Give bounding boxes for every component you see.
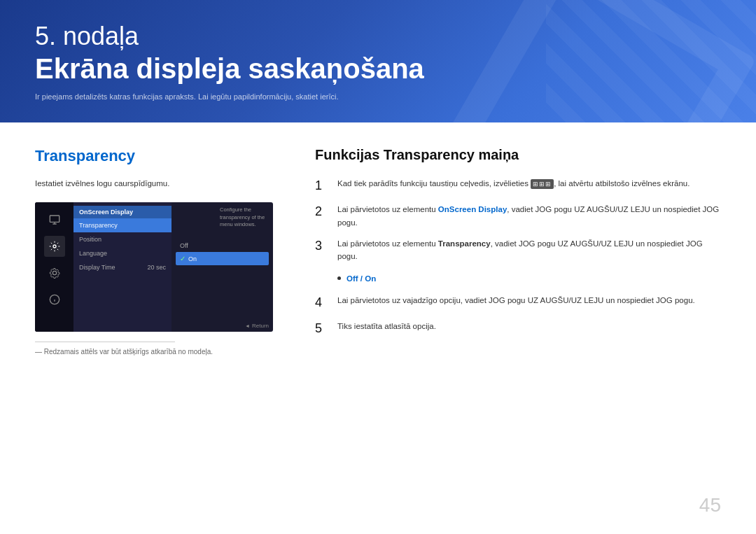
osd-icon-info bbox=[44, 289, 65, 310]
osd-menu-item-language: Language bbox=[74, 246, 172, 260]
osd-menu-item-displaytime: Display Time 20 sec bbox=[74, 260, 172, 274]
chapter-subtitle: Ir pieejams detalizēts katras funkcijas … bbox=[35, 92, 721, 101]
osd-menu-header: OnScreen Display bbox=[74, 206, 172, 218]
divider-line bbox=[35, 342, 175, 342]
step-5: 5 Tiks iestatīta atlasītā opcija. bbox=[315, 320, 721, 337]
osd-return: Return bbox=[245, 323, 269, 329]
step-number-2: 2 bbox=[315, 203, 329, 220]
step-1: 1 Kad tiek parādīts funkciju taustiņu ce… bbox=[315, 177, 721, 195]
left-column: Transparency Iestatiet izvēlnes logu cau… bbox=[35, 147, 287, 356]
svg-point-3 bbox=[53, 245, 56, 248]
function-heading: Funkcijas Transparency maiņa bbox=[315, 147, 721, 163]
bullet-dot bbox=[337, 276, 341, 280]
osd-value-on: ✓ On bbox=[176, 252, 269, 265]
step-text-4: Lai pārvietotos uz vajadzīgo opciju, vad… bbox=[337, 294, 721, 307]
steps-list: 1 Kad tiek parādīts funkciju taustiņu ce… bbox=[315, 177, 721, 337]
page-number: 45 bbox=[699, 494, 721, 517]
chapter-title: Ekrāna displeja saskaņošana bbox=[35, 52, 721, 85]
osd-menu-item-transparency: Transparency bbox=[74, 218, 172, 232]
osd-icon-settings bbox=[44, 236, 65, 257]
osd-menu: OnScreen Display Transparency Position L… bbox=[74, 202, 172, 332]
step-number-4: 4 bbox=[315, 294, 329, 311]
section-heading: Transparency bbox=[35, 147, 287, 165]
osd-value-panel: Configure the transparency of the menu w… bbox=[172, 202, 273, 332]
osd-configure-text: Configure the transparency of the menu w… bbox=[220, 206, 269, 229]
osd-screenshot: OnScreen Display Transparency Position L… bbox=[35, 202, 273, 332]
bullet-text: Off / On bbox=[346, 274, 376, 283]
footnote: — Redzamais attēls var būt atšķirīgs atk… bbox=[35, 348, 287, 356]
step-3: 3 Lai pārvietotos uz elementu Transparen… bbox=[315, 237, 721, 263]
bullet-item: Off / On bbox=[337, 274, 721, 283]
step-text-3: Lai pārvietotos uz elementu Transparency… bbox=[337, 237, 721, 263]
step-text-1: Kad tiek parādīts funkciju taustiņu ceļv… bbox=[337, 177, 721, 190]
step-number-5: 5 bbox=[315, 320, 329, 337]
osd-icon-display bbox=[44, 209, 65, 230]
step-number-1: 1 bbox=[315, 177, 329, 195]
section-description: Iestatiet izvēlnes logu caurspīdīgumu. bbox=[35, 178, 287, 190]
right-column: Funkcijas Transparency maiņa 1 Kad tiek … bbox=[315, 147, 721, 356]
svg-point-4 bbox=[52, 272, 56, 275]
osd-sidebar bbox=[35, 202, 74, 332]
step-number-3: 3 bbox=[315, 237, 329, 255]
osd-value-off: Off bbox=[176, 239, 269, 252]
header-banner: 5. nodaļa Ekrāna displeja saskaņošana Ir… bbox=[0, 0, 756, 122]
step-4: 4 Lai pārvietotos uz vajadzīgo opciju, v… bbox=[315, 294, 721, 311]
svg-rect-0 bbox=[50, 216, 59, 222]
osd-menu-item-position: Position bbox=[74, 232, 172, 246]
osd-icon-gear bbox=[44, 262, 65, 283]
chapter-number: 5. nodaļa bbox=[35, 22, 721, 50]
step-2: 2 Lai pārvietotos uz elementu OnScreen D… bbox=[315, 203, 721, 229]
main-content: Transparency Iestatiet izvēlnes logu cau… bbox=[0, 122, 756, 370]
step-text-5: Tiks iestatīta atlasītā opcija. bbox=[337, 320, 721, 332]
step-text-2: Lai pārvietotos uz elementu OnScreen Dis… bbox=[337, 203, 721, 229]
